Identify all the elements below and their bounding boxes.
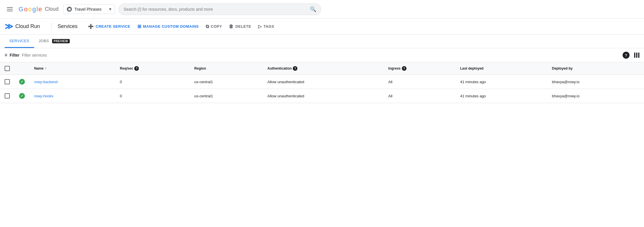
tags-label: TAGS xyxy=(264,24,274,29)
create-service-button[interactable]: ➕ CREATE SERVICE xyxy=(84,21,134,31)
tabs-bar: SERVICES JOBS PREVIEW xyxy=(0,35,644,48)
col-region: Region xyxy=(190,62,263,75)
col-ingress: Ingress ? xyxy=(384,62,455,75)
row-req-sec: 0 xyxy=(115,75,189,89)
google-e: e xyxy=(38,5,42,13)
top-nav: Google Cloud Travel Phrases ▾ 🔍 xyxy=(0,0,644,18)
row-req-sec: 0 xyxy=(115,89,189,103)
services-table: Name ↑ Req/sec ? Region xyxy=(0,62,644,103)
filter-input[interactable] xyxy=(22,53,620,57)
row-deployed-by: bhavya@rowy.io xyxy=(547,75,644,89)
row-last-deployed: 41 minutes ago xyxy=(456,89,547,103)
table-row: ✓ rowy-backend 0 us-central1 Allow unaut… xyxy=(0,75,644,89)
cloud-run-icon: ≫ xyxy=(5,22,13,31)
preview-badge: PREVIEW xyxy=(52,39,70,43)
table-row: ✓ rowy-hooks 0 us-central1 Allow unauthe… xyxy=(0,89,644,103)
copy-icon: ⧉ xyxy=(206,24,209,29)
table-header-row: Name ↑ Req/sec ? Region xyxy=(0,62,644,75)
filter-icon: ≡ xyxy=(5,53,7,58)
row-ingress: All xyxy=(384,75,455,89)
search-input[interactable] xyxy=(124,7,308,12)
row-status-cell: ✓ xyxy=(14,89,30,103)
filter-label: Filter xyxy=(10,53,19,57)
manage-custom-domains-button[interactable]: ⊞ MANAGE CUSTOM DOMAINS xyxy=(134,21,202,31)
cloud-run-logo: ≫ Cloud Run xyxy=(5,22,46,31)
hamburger-menu[interactable] xyxy=(5,5,15,14)
req-sec-help-icon[interactable]: ? xyxy=(134,66,139,71)
row-authentication: Allow unauthenticated xyxy=(263,89,384,103)
select-all-checkbox[interactable] xyxy=(5,66,10,71)
delete-button[interactable]: 🗑 DELETE xyxy=(225,22,255,31)
google-l: l xyxy=(36,5,38,13)
row-name: rowy-backend xyxy=(30,75,115,89)
col-checkbox xyxy=(0,62,14,75)
tags-icon: ▷ xyxy=(258,24,262,29)
status-ok-icon: ✓ xyxy=(19,93,25,99)
cloud-text: Cloud xyxy=(45,6,58,12)
copy-button[interactable]: ⧉ COPY xyxy=(202,22,225,31)
copy-label: COPY xyxy=(211,24,222,29)
columns-icon[interactable] xyxy=(634,53,639,58)
cloud-run-label: Cloud Run xyxy=(15,23,40,29)
sort-icon: ↑ xyxy=(45,66,47,70)
table-container: Name ↑ Req/sec ? Region xyxy=(0,62,644,103)
row-checkbox-0[interactable] xyxy=(5,79,10,84)
page-title: Services xyxy=(58,23,78,29)
sub-header: ≫ Cloud Run Services ➕ CREATE SERVICE ⊞ … xyxy=(0,18,644,35)
create-service-label: CREATE SERVICE xyxy=(96,24,130,29)
manage-custom-domains-icon: ⊞ xyxy=(137,24,141,29)
google-logo: Google Cloud xyxy=(19,5,58,13)
row-name: rowy-hooks xyxy=(30,89,115,103)
delete-icon: 🗑 xyxy=(229,24,234,29)
col-req-sec: Req/sec ? xyxy=(115,62,189,75)
search-bar: 🔍 xyxy=(119,3,321,15)
row-region: us-central1 xyxy=(190,89,263,103)
main-content: Name ↑ Req/sec ? Region xyxy=(0,62,644,103)
row-checkbox-cell xyxy=(0,89,14,103)
service-link-0[interactable]: rowy-backend xyxy=(34,80,58,84)
google-g: G xyxy=(19,5,23,13)
col-status xyxy=(14,62,30,75)
tab-services[interactable]: SERVICES xyxy=(5,35,34,48)
project-selector[interactable]: Travel Phrases ▾ xyxy=(63,4,115,14)
tags-button[interactable]: ▷ TAGS xyxy=(255,21,278,31)
auth-help-icon[interactable]: ? xyxy=(293,66,297,71)
delete-label: DELETE xyxy=(235,24,251,29)
row-status-cell: ✓ xyxy=(14,75,30,89)
row-region: us-central1 xyxy=(190,75,263,89)
manage-custom-domains-label: MANAGE CUSTOM DOMAINS xyxy=(143,24,199,29)
row-deployed-by: bhavya@rowy.io xyxy=(547,89,644,103)
project-icon xyxy=(67,7,72,12)
create-service-icon: ➕ xyxy=(88,24,94,29)
chevron-down-icon: ▾ xyxy=(109,6,111,12)
google-o1: o xyxy=(24,5,27,13)
row-checkbox-1[interactable] xyxy=(5,93,10,98)
row-last-deployed: 41 minutes ago xyxy=(456,75,547,89)
help-icon[interactable]: ? xyxy=(623,52,630,59)
filter-bar: ≡ Filter ? xyxy=(0,48,644,62)
col-name[interactable]: Name ↑ xyxy=(30,62,115,75)
search-icon[interactable]: 🔍 xyxy=(310,6,316,12)
filter-bar-right: ? xyxy=(623,52,639,59)
row-ingress: All xyxy=(384,89,455,103)
status-ok-icon: ✓ xyxy=(19,79,25,85)
google-o2: o xyxy=(28,5,32,13)
sub-header-divider xyxy=(51,23,52,31)
service-link-1[interactable]: rowy-hooks xyxy=(34,94,53,98)
google-g2: g xyxy=(32,5,36,13)
tab-jobs[interactable]: JOBS PREVIEW xyxy=(34,35,75,48)
table-body: ✓ rowy-backend 0 us-central1 Allow unaut… xyxy=(0,75,644,103)
col-last-deployed: Last deployed xyxy=(456,62,547,75)
project-name: Travel Phrases xyxy=(74,7,102,12)
row-checkbox-cell xyxy=(0,75,14,89)
ingress-help-icon[interactable]: ? xyxy=(402,66,406,71)
row-authentication: Allow unauthenticated xyxy=(263,75,384,89)
col-deployed-by: Deployed by xyxy=(547,62,644,75)
col-authentication: Authentication ? xyxy=(263,62,384,75)
